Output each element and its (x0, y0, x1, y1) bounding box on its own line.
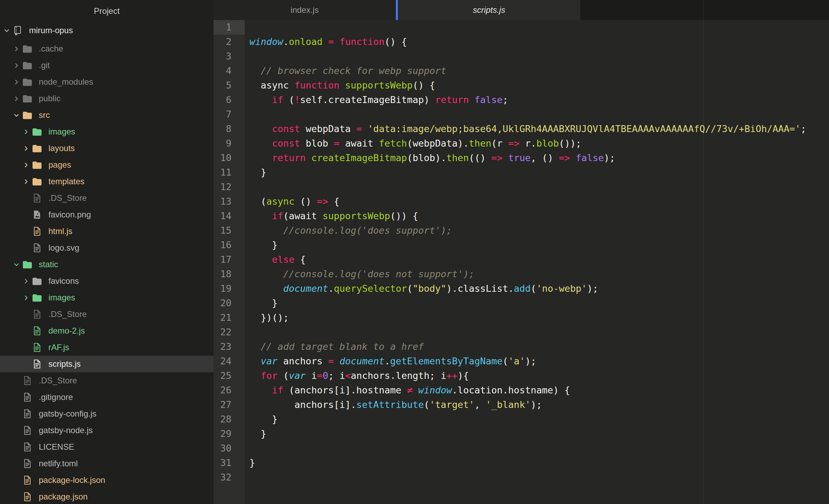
chevron-right-icon[interactable] (21, 144, 31, 153)
code-line[interactable]: } (245, 427, 829, 441)
code-line[interactable]: return createImageBitmap(blob).then(() =… (245, 151, 829, 165)
chevron-right-icon[interactable] (11, 94, 21, 103)
tree-item-.git[interactable]: .git (0, 57, 213, 74)
code-line[interactable]: if(await supportsWebp()) { (245, 209, 829, 223)
editor-pane: index.jsscripts.js 12window.onload = fun… (213, 0, 829, 504)
tree-item-mirum-opus[interactable]: mirum-opus (0, 22, 213, 39)
tree-item-package.json[interactable]: package.json (0, 488, 213, 504)
code-area[interactable]: 12window.onload = function() {34 // brow… (213, 20, 829, 504)
chevron-right-icon[interactable] (11, 44, 21, 53)
tree-item-logo.svg[interactable]: logo.svg (0, 240, 213, 256)
chevron-down-icon[interactable] (1, 26, 12, 35)
code-line[interactable] (245, 441, 829, 456)
line-number: 12 (213, 180, 245, 194)
chevron-right-icon[interactable] (21, 277, 31, 286)
tree-item-public[interactable]: public (0, 90, 213, 107)
chevron-spacer (11, 409, 21, 418)
tree-item-.cache[interactable]: .cache (0, 40, 213, 57)
code-line[interactable]: } (245, 456, 829, 470)
code-line[interactable] (245, 49, 829, 64)
tree-item-LICENSE[interactable]: LICENSE (0, 439, 213, 455)
code-line[interactable] (245, 180, 829, 194)
chevron-down-icon[interactable] (11, 260, 21, 269)
tree-item-layouts[interactable]: layouts (0, 140, 213, 157)
tree-item-package-lock.json[interactable]: package-lock.json (0, 472, 213, 488)
chevron-right-icon[interactable] (21, 127, 31, 136)
tree-item-rAF.js[interactable]: rAF.js (0, 339, 213, 356)
chevron-spacer (11, 426, 21, 435)
tree-item-src[interactable]: src (0, 107, 213, 123)
tree-item-label: package.json (39, 492, 88, 502)
tree-item-pages[interactable]: pages (0, 157, 213, 173)
code-row-21: 21 })(); (213, 310, 829, 325)
book-icon (12, 25, 24, 36)
chevron-spacer (11, 459, 21, 468)
code-line[interactable]: if (anchors[i].hostname ≠ window.locatio… (245, 383, 829, 398)
line-number: 26 (213, 383, 245, 398)
code-line[interactable]: } (245, 165, 829, 180)
tree-item-node_modules[interactable]: node_modules (0, 74, 213, 90)
tree-item-scripts.js[interactable]: scripts.js (0, 356, 213, 372)
chevron-right-icon[interactable] (11, 61, 21, 70)
tree-item-label: .DS_Store (48, 193, 87, 203)
code-row-7: 7 (213, 107, 829, 122)
file-tree: mirum-opus.cache.gitnode_modulespublicsr… (0, 22, 213, 504)
tab-index.js[interactable]: index.js (213, 0, 396, 20)
tree-item-.DS_Store[interactable]: .DS_Store (0, 190, 213, 206)
code-line[interactable]: //console.log('does not support'); (245, 267, 829, 281)
tab-scripts.js[interactable]: scripts.js (398, 0, 580, 20)
code-line[interactable]: else { (245, 252, 829, 267)
code-line[interactable]: const webpData = 'data:image/webp;base64… (245, 122, 829, 136)
tree-item-netlify.toml[interactable]: netlify.toml (0, 455, 213, 472)
code-row-19: 19 document.querySelector("body").classL… (213, 281, 829, 296)
code-line[interactable]: window.onload = function() { (245, 35, 829, 49)
code-line[interactable]: } (245, 412, 829, 427)
tree-item-favicon.png[interactable]: favicon.png (0, 206, 213, 223)
code-line[interactable]: // add target blank to a href (245, 339, 829, 354)
code-line[interactable]: (async () => { (245, 194, 829, 209)
chevron-down-icon[interactable] (11, 111, 21, 120)
tree-item-.DS_Store[interactable]: .DS_Store (0, 306, 213, 323)
tree-item-gatsby-config.js[interactable]: gatsby-config.js (0, 405, 213, 422)
chevron-right-icon[interactable] (21, 177, 31, 186)
tree-item-images[interactable]: images (0, 289, 213, 306)
tree-item-gatsby-node.js[interactable]: gatsby-node.js (0, 422, 213, 439)
tree-item-demo-2.js[interactable]: demo-2.js (0, 323, 213, 339)
chevron-right-icon[interactable] (21, 293, 31, 302)
chevron-right-icon[interactable] (21, 160, 31, 169)
code-line[interactable]: document.querySelector("body").classList… (245, 281, 829, 296)
tree-item-static[interactable]: static (0, 256, 213, 273)
tree-item-templates[interactable]: templates (0, 173, 213, 190)
code-line[interactable]: if (!self.createImageBitmap) return fals… (245, 93, 829, 107)
chevron-spacer (11, 476, 21, 485)
tree-item-label: node_modules (39, 77, 93, 87)
code-line[interactable]: // browser check for webp support (245, 64, 829, 78)
tree-item-.gitignore[interactable]: .gitignore (0, 389, 213, 405)
line-number: 6 (213, 93, 245, 107)
code-line[interactable]: })(); (245, 310, 829, 325)
chevron-right-icon[interactable] (11, 77, 21, 86)
tree-item-label: favicons (48, 276, 79, 286)
code-line[interactable] (245, 325, 829, 339)
code-line[interactable]: async function supportsWebp() { (245, 78, 829, 93)
folder-icon (31, 292, 43, 303)
tree-item-favicons[interactable]: favicons (0, 273, 213, 289)
code-line[interactable]: anchors[i].setAttribute('target', '_blan… (245, 398, 829, 412)
code-line[interactable]: } (245, 238, 829, 252)
code-line[interactable]: var anchors = document.getElementsByTagN… (245, 354, 829, 368)
code-line[interactable] (245, 470, 829, 485)
line-number: 28 (213, 412, 245, 427)
code-line[interactable] (245, 20, 829, 35)
tree-item-.DS_Store[interactable]: .DS_Store (0, 372, 213, 389)
line-number: 31 (213, 456, 245, 470)
tree-item-html.js[interactable]: html.js (0, 223, 213, 240)
tree-item-images[interactable]: images (0, 123, 213, 140)
code-line[interactable]: const blob = await fetch(webpData).then(… (245, 136, 829, 151)
code-line[interactable]: for (var i=0; i<anchors.length; i++){ (245, 368, 829, 383)
code-line[interactable] (245, 107, 829, 122)
doc-icon (31, 359, 43, 369)
folder-icon (31, 127, 43, 137)
code-line[interactable]: } (245, 296, 829, 310)
image-icon (31, 209, 43, 220)
code-line[interactable]: //console.log('does support'); (245, 223, 829, 238)
